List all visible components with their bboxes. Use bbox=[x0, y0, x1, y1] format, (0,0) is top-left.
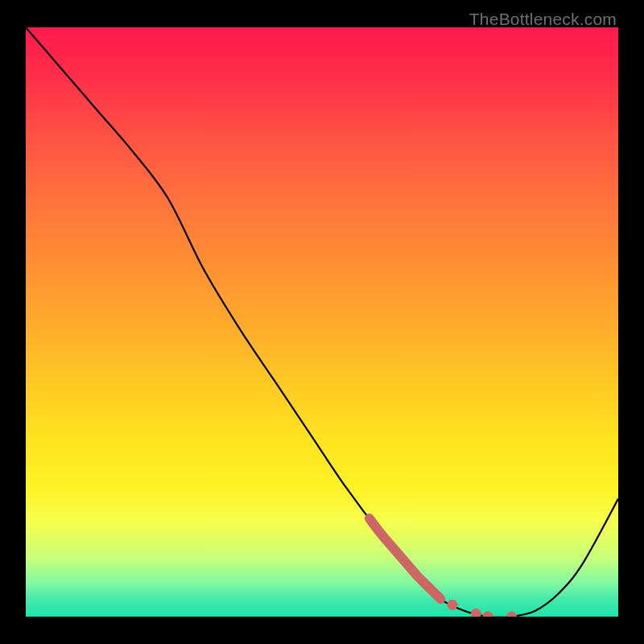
highlight-segment bbox=[369, 518, 440, 599]
highlight-dot bbox=[483, 612, 493, 617]
highlight-dot bbox=[506, 612, 517, 617]
watermark-text: TheBottleneck.com bbox=[469, 10, 617, 29]
chart-svg bbox=[26, 27, 618, 617]
plot-area bbox=[26, 27, 618, 617]
chart-frame: TheBottleneck.com bbox=[0, 0, 644, 644]
bottleneck-curve bbox=[26, 27, 618, 617]
highlight-dot bbox=[471, 609, 481, 617]
highlight-dot bbox=[447, 600, 457, 610]
